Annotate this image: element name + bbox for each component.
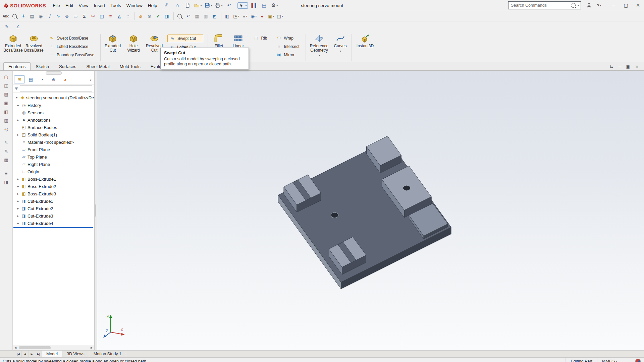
- reference-geometry-button[interactable]: ReferenceGeometry ▾: [308, 33, 331, 62]
- display-style-icon[interactable]: ◒▾: [241, 12, 249, 20]
- zoom-to-area-icon[interactable]: [11, 12, 19, 20]
- expander-icon[interactable]: ▸: [16, 133, 20, 136]
- tree-item-sensors[interactable]: ◎ Sensors: [13, 109, 94, 116]
- wireframe-display-icon[interactable]: ▦: [193, 12, 202, 20]
- tree-item-front-plane[interactable]: ▱ Front Plane: [13, 146, 94, 153]
- copy-icon[interactable]: ◫: [2, 82, 11, 89]
- tree-item-top-plane[interactable]: ▱ Top Plane: [13, 153, 94, 161]
- instant3d-button[interactable]: Instant3D: [354, 33, 377, 62]
- tree-item-origin[interactable]: ∟ Origin: [13, 168, 94, 175]
- tree-item-cut-extrude4[interactable]: ▸ ◨ Cut-Extrude4: [13, 220, 94, 227]
- reference-geometry-dropdown-icon[interactable]: ▾: [319, 53, 320, 58]
- mirror-entities-icon[interactable]: ◭: [115, 12, 124, 20]
- dimxpertmanager-tab[interactable]: ⊕: [48, 75, 59, 83]
- minimize-document-icon[interactable]: –: [619, 64, 621, 69]
- weld-symbol-icon[interactable]: ∿: [54, 12, 63, 20]
- sign-in-button[interactable]: [584, 1, 594, 9]
- datum-feature-icon[interactable]: ▭: [72, 12, 80, 20]
- menubar-item[interactable]: File: [50, 2, 63, 9]
- expander-icon[interactable]: ▸: [16, 214, 20, 218]
- scroll-right-icon[interactable]: ▶: [89, 346, 94, 349]
- menubar-item[interactable]: Tools: [108, 2, 124, 9]
- equation-icon[interactable]: Σ: [80, 12, 89, 20]
- expander-icon[interactable]: ▸: [16, 104, 20, 107]
- lofted-boss-base-button[interactable]: ≈Lofted Boss/Base: [47, 43, 96, 50]
- pan-icon[interactable]: +: [19, 12, 28, 20]
- close-document-icon[interactable]: ✕: [635, 64, 639, 69]
- expander-icon[interactable]: ▸: [16, 185, 20, 188]
- first-tab-button[interactable]: |◀: [15, 351, 22, 357]
- sheet-icon[interactable]: ▣: [2, 100, 11, 106]
- zoom-to-fit-icon[interactable]: [176, 12, 184, 20]
- help-dropdown-icon[interactable]: ▾: [600, 4, 601, 7]
- rollback-bar[interactable]: [13, 227, 93, 228]
- paste-icon[interactable]: ▢: [2, 73, 11, 80]
- view-settings-icon[interactable]: ◫▾: [276, 12, 284, 20]
- graphics-area[interactable]: Y X Z: [97, 71, 644, 350]
- units-selector[interactable]: MMGS ▾: [597, 358, 622, 362]
- tree-item-cut-extrude2[interactable]: ▸ ◨ Cut-Extrude2: [13, 205, 94, 212]
- curves-button[interactable]: Curves ▾: [331, 33, 350, 62]
- measure-icon[interactable]: ⌀: [137, 12, 145, 20]
- search-commands-box[interactable]: ▾: [508, 1, 581, 9]
- scroll-thumb[interactable]: [19, 346, 51, 349]
- tree-item-boss-extrude2[interactable]: ▸ ◧ Boss-Extrude2: [13, 183, 94, 190]
- tab-features[interactable]: Features: [3, 62, 31, 70]
- swept-boss-base-button[interactable]: ∿Swept Boss/Base: [47, 35, 96, 42]
- panel-collapse-handle[interactable]: [46, 71, 62, 75]
- note-icon[interactable]: ▤: [28, 12, 37, 20]
- expander-icon[interactable]: ▸: [16, 222, 20, 225]
- menubar-item[interactable]: Help: [145, 2, 160, 9]
- spell-checker-icon[interactable]: Abc: [2, 12, 10, 20]
- root-expander-icon[interactable]: ▾: [15, 96, 19, 99]
- hide-show-items-icon[interactable]: ◉▾: [250, 12, 258, 20]
- wrap-button[interactable]: ◠Wrap: [274, 35, 301, 42]
- open-dropdown-icon[interactable]: ▾: [200, 4, 202, 7]
- select-dropdown-icon[interactable]: ▾: [245, 4, 247, 7]
- sketch-pattern-icon[interactable]: ∷: [124, 12, 132, 20]
- search-input[interactable]: [510, 3, 570, 8]
- tree-filter-input[interactable]: [20, 85, 92, 92]
- apply-scene-icon[interactable]: ▣▾: [267, 12, 275, 20]
- intersect-button[interactable]: ∩Intersect: [274, 43, 301, 50]
- extruded-boss-base-button[interactable]: ExtrudedBoss/Base: [3, 33, 23, 62]
- home-button[interactable]: ⌂: [172, 1, 182, 9]
- select-tool-button[interactable]: ▾: [237, 2, 248, 9]
- scroll-track[interactable]: [18, 346, 89, 350]
- section-view-icon[interactable]: ◧: [223, 12, 232, 20]
- configurationmanager-tab[interactable]: ◔: [37, 75, 48, 83]
- deviation-analysis-icon[interactable]: ◨: [163, 12, 171, 20]
- filter-icon[interactable]: [15, 87, 18, 90]
- separator[interactable]: [135, 12, 135, 20]
- close-button[interactable]: ✕: [632, 0, 644, 11]
- tree-item-right-plane[interactable]: ▱ Right Plane: [13, 161, 94, 168]
- tab-sheet-metal[interactable]: Sheet Metal: [81, 62, 114, 70]
- xpress-tools-toggle[interactable]: [249, 1, 258, 9]
- tab-model[interactable]: Model: [42, 351, 62, 357]
- separator[interactable]: [221, 12, 221, 20]
- rows-icon[interactable]: ▥: [2, 117, 11, 124]
- save-dropdown-icon[interactable]: ▾: [211, 4, 212, 7]
- swap-documents-icon[interactable]: ⇆: [610, 64, 613, 69]
- featuremanager-tree-tab[interactable]: ⊞: [14, 75, 25, 83]
- tree-item-cut-extrude3[interactable]: ▸ ◨ Cut-Extrude3: [13, 212, 94, 220]
- tab-3d-views[interactable]: 3D Views: [62, 351, 89, 357]
- sketch-tool-icon[interactable]: ✎: [3, 22, 11, 31]
- search-dropdown-icon[interactable]: ▾: [578, 4, 579, 7]
- boundary-boss-base-button[interactable]: ∽Boundary Boss/Base: [47, 51, 96, 58]
- expander-icon[interactable]: ▸: [16, 192, 20, 195]
- offset-entities-icon[interactable]: ≡: [107, 12, 115, 20]
- target-icon[interactable]: ◎: [2, 126, 11, 132]
- expander-icon[interactable]: ▸: [16, 118, 20, 122]
- smart-dimension-tool-icon[interactable]: ∠: [14, 22, 22, 31]
- tree-item-boss-extrude1[interactable]: ▸ ◧ Boss-Extrude1: [13, 175, 94, 183]
- tree-item-material[interactable]: ≡ Material <not specified>: [13, 138, 94, 146]
- options-button[interactable]: ⚙ ▾: [270, 1, 279, 9]
- propertymanager-tab[interactable]: ▤: [25, 75, 36, 83]
- select-arrow-icon[interactable]: ↖: [2, 139, 11, 146]
- next-tab-button[interactable]: ▶: [29, 351, 35, 357]
- displaymanager-tab[interactable]: ◕: [60, 75, 70, 83]
- tree-item-solid-bodies[interactable]: ▸ ◰ Solid Bodies(1): [13, 131, 94, 138]
- check-entity-icon[interactable]: ✔: [154, 12, 163, 20]
- last-tab-button[interactable]: ▶|: [35, 351, 42, 357]
